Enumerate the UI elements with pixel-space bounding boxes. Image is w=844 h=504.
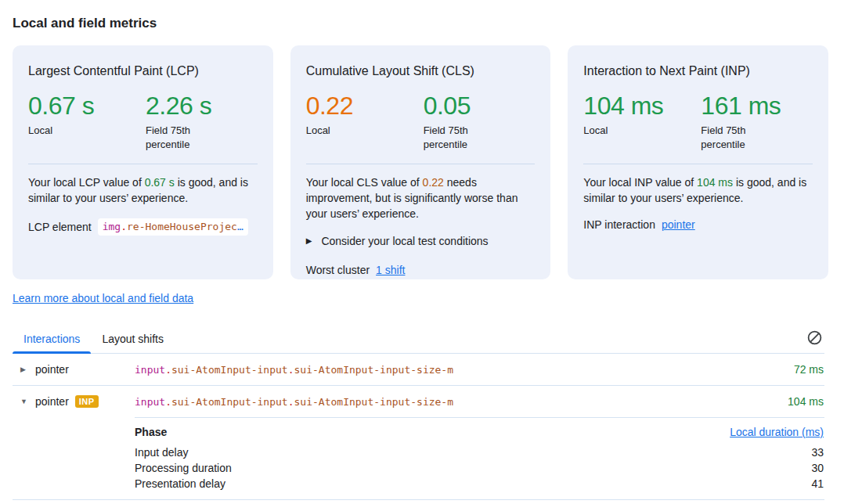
cls-local-value: 0.22 [306, 91, 424, 121]
inp-card: Interaction to Next Paint (INP) 104 ms L… [568, 45, 828, 279]
inp-field-value: 161 ms [701, 91, 818, 121]
cls-field-label: Field 75th percentile [424, 124, 506, 152]
interaction-row-2-duration: 104 ms [788, 395, 824, 408]
inp-field-label: Field 75th percentile [701, 124, 783, 152]
interaction-row-1-name: ▶ pointer [20, 363, 135, 376]
block-icon[interactable] [806, 329, 823, 346]
cls-worst-cluster-link[interactable]: 1 shift [376, 264, 405, 276]
selector-class: sui-AtomInput-input-size-m [294, 364, 454, 376]
inp-interaction-row: INP interaction pointer [583, 218, 813, 231]
phase-table-header: Phase Local duration (ms) [135, 424, 824, 440]
tab-interactions[interactable]: Interactions [13, 333, 91, 353]
caret-down-icon[interactable]: ▼ [20, 398, 29, 405]
caret-right-icon: ▶ [306, 237, 312, 245]
cls-local-label: Local [306, 124, 388, 138]
lcp-local-value: 0.67 s [28, 91, 146, 121]
page-title: Local and field metrics [13, 14, 828, 33]
interaction-row-1-selector: input.sui-AtomInput-input.sui-AtomInput-… [135, 364, 794, 376]
cls-card-title: Cumulative Layout Shift (CLS) [306, 63, 536, 80]
phase-row-presentation-delay: Presentation delay 41 [135, 476, 824, 491]
learn-more-link[interactable]: Learn more about local and field data [13, 292, 193, 305]
phase-label: Presentation delay [135, 476, 225, 491]
lcp-local-column: 0.67 s Local [28, 91, 146, 152]
cls-worst-cluster-label: Worst cluster [306, 264, 370, 276]
inp-badge: INP [75, 395, 99, 408]
phase-row-input-delay: Input delay 33 [135, 445, 824, 460]
cls-card: Cumulative Layout Shift (CLS) 0.22 Local… [290, 45, 551, 279]
inp-description: Your local INP value of 104 ms is good, … [583, 175, 813, 206]
interaction-row-pointer-2[interactable]: ▼ pointer INP input.sui-AtomInput-input.… [0, 386, 844, 417]
cls-description: Your local CLS value of 0.22 needs impro… [306, 175, 536, 221]
selector-dot: . [165, 364, 171, 376]
lcp-desc-before: Your local LCP value of [28, 176, 145, 189]
lcp-chip-tag: img [103, 221, 121, 232]
phase-value: 41 [811, 476, 824, 491]
phase-label: Input delay [135, 445, 189, 460]
inp-values: 104 ms Local 161 ms Field 75th percentil… [583, 91, 813, 152]
inp-divider [583, 164, 813, 164]
inp-interaction-label: INP interaction [583, 218, 655, 231]
cls-test-conditions-label: Consider your local test conditions [321, 235, 488, 247]
lcp-chip-class: re-HomeHouseProjec [127, 221, 237, 232]
cls-test-conditions-disclosure[interactable]: ▶ Consider your local test conditions [306, 235, 536, 247]
lcp-card: Largest Contentful Paint (LCP) 0.67 s Lo… [13, 45, 273, 279]
lcp-values: 0.67 s Local 2.26 s Field 75th percentil… [28, 91, 258, 152]
selector-tag: input [135, 396, 165, 408]
interaction-phase-details: Phase Local duration (ms) Input delay 33… [0, 418, 844, 499]
lcp-chip-dot: . [121, 221, 127, 232]
tab-layout-shifts[interactable]: Layout shifts [91, 333, 175, 353]
lcp-description: Your local LCP value of 0.67 s is good, … [28, 175, 258, 206]
phase-column-header: Phase [135, 424, 167, 440]
selector-dot: . [165, 396, 171, 408]
phase-label: Processing duration [135, 460, 232, 476]
cls-worst-cluster-row: Worst cluster 1 shift [306, 264, 536, 276]
interaction-row-2-name: ▼ pointer INP [20, 395, 135, 408]
inp-interaction-link[interactable]: pointer [662, 218, 695, 231]
cls-divider [306, 164, 536, 164]
lcp-field-column: 2.26 s Field 75th percentile [146, 91, 263, 152]
inp-card-title: Interaction to Next Paint (INP) [583, 63, 813, 80]
lcp-card-title: Largest Contentful Paint (LCP) [28, 63, 258, 80]
cls-desc-before: Your local CLS value of [306, 176, 423, 189]
phase-value: 30 [811, 460, 824, 476]
lcp-field-label: Field 75th percentile [146, 124, 228, 152]
interaction-row-pointer-1[interactable]: ▶ pointer input.sui-AtomInput-input.sui-… [0, 354, 844, 385]
inp-desc-value: 104 ms [697, 176, 733, 189]
selector-class: sui-AtomInput-input-size-m [294, 396, 454, 408]
phase-value: 33 [811, 445, 824, 460]
selector-class: sui-AtomInput-input [171, 364, 288, 376]
lcp-element-label: LCP element [28, 221, 92, 233]
local-duration-sort-link[interactable]: Local duration (ms) [730, 424, 824, 440]
interaction-row-1-duration: 72 ms [794, 363, 824, 376]
metric-cards: Largest Contentful Paint (LCP) 0.67 s Lo… [13, 45, 828, 279]
lcp-divider [28, 164, 258, 164]
interaction-row-2-selector: input.sui-AtomInput-input.sui-AtomInput-… [135, 396, 788, 408]
lcp-element-chip[interactable]: img.re-HomeHouseProjec… [98, 218, 248, 236]
phase-row-processing-duration: Processing duration 30 [135, 460, 824, 476]
selector-class: sui-AtomInput-input [171, 396, 288, 408]
inp-local-value: 104 ms [583, 91, 701, 121]
tab-bar: Interactions Layout shifts [13, 327, 824, 354]
cls-field-value: 0.05 [424, 91, 541, 121]
inp-local-label: Local [583, 124, 665, 138]
inp-field-column: 161 ms Field 75th percentile [701, 91, 818, 152]
cls-local-column: 0.22 Local [306, 91, 424, 152]
lcp-chip-ellipsis: … [237, 221, 243, 232]
lcp-field-value: 2.26 s [146, 91, 263, 121]
selector-dot: . [288, 364, 294, 376]
interaction-row-2-type: pointer [35, 395, 69, 408]
selector-tag: input [135, 364, 165, 376]
cls-desc-value: 0.22 [423, 176, 444, 189]
lcp-desc-value: 0.67 s [145, 176, 175, 189]
bottom-separator [13, 499, 824, 500]
inp-desc-before: Your local INP value of [583, 176, 697, 189]
cls-values: 0.22 Local 0.05 Field 75th percentile [306, 91, 536, 152]
cls-field-column: 0.05 Field 75th percentile [424, 91, 541, 152]
inp-local-column: 104 ms Local [583, 91, 701, 152]
lcp-local-label: Local [28, 124, 110, 138]
selector-dot: . [288, 396, 294, 408]
interaction-row-1-type: pointer [35, 363, 69, 376]
lcp-element-row: LCP element img.re-HomeHouseProjec… [28, 218, 258, 236]
caret-right-icon[interactable]: ▶ [20, 366, 29, 373]
